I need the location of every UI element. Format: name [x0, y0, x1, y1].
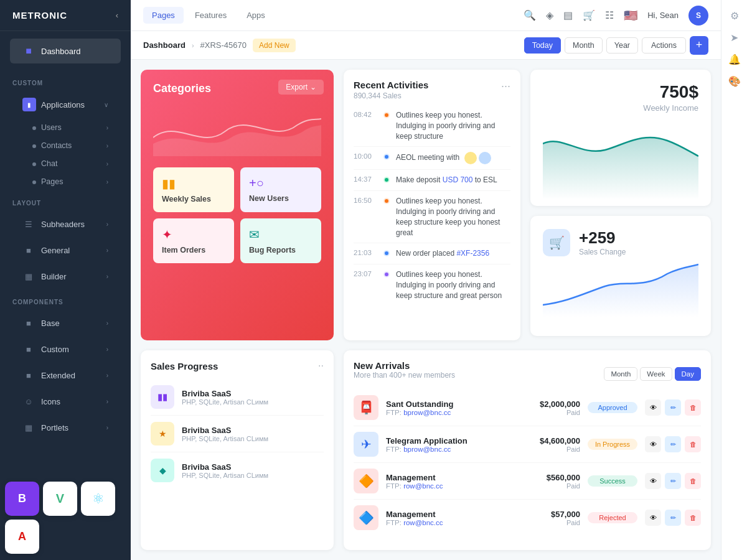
user-avatar[interactable]: S	[688, 6, 708, 26]
chat-chevron: ›	[106, 161, 108, 167]
users-chevron: ›	[106, 124, 108, 131]
sales-sub-1: PHP, SQLite, Artisan CLимм	[182, 398, 324, 406]
arrival-ftp-3: FTP: row@bnc.cc	[386, 482, 510, 490]
tab-pages[interactable]: Pages	[143, 7, 184, 24]
arrivals-subtitle: More than 400+ new members	[354, 371, 455, 380]
rp-settings-icon[interactable]: ⚙	[730, 10, 739, 22]
cart-icon[interactable]: 🛒	[583, 9, 595, 21]
weekly-sales-icon: ▮▮	[162, 176, 176, 191]
users-dot	[32, 126, 36, 130]
topbar: Pages Features Apps 🔍 ◈ ▤ 🛒 ☷ 🇺🇸 Hi, Sea…	[131, 0, 721, 31]
sidebar-collapse-icon[interactable]: ‹	[116, 11, 118, 20]
action-view-2[interactable]: 👁	[645, 436, 661, 452]
bug-reports-label: Bug Reports	[249, 246, 296, 254]
arrival-row: 📮 Sant Outstanding FTP: bprow@bnc.cc $2,…	[354, 390, 701, 426]
rp-palette-icon[interactable]: 🎨	[728, 75, 741, 87]
sidebar-item-extended[interactable]: ■ Extended ›	[10, 363, 121, 388]
sidebar-item-users[interactable]: Users ›	[10, 119, 121, 136]
avatar-1	[464, 152, 477, 164]
sidebar-item-custom[interactable]: ■ Custom ›	[10, 337, 121, 362]
breadcrumb-main: Dashboard	[143, 40, 186, 50]
sales-name-2: Briviba SaaS	[182, 426, 324, 435]
chart-icon[interactable]: ▤	[563, 9, 573, 21]
arrival-name-2: Telegram Application	[386, 436, 510, 446]
arrivals-week-button[interactable]: Week	[640, 367, 672, 381]
sidebar-item-applications[interactable]: ▮ Applications ∨	[10, 91, 121, 118]
bootstrap-icon[interactable]: B	[5, 482, 39, 516]
action-view-1[interactable]: 👁	[645, 399, 661, 416]
section-custom-label: CUSTOM	[0, 71, 131, 90]
actions-button[interactable]: Actions	[642, 37, 686, 54]
react-icon[interactable]: ⚛	[81, 482, 115, 516]
tab-apps[interactable]: Apps	[238, 7, 274, 24]
portlets-icon: ▦	[22, 421, 35, 434]
sidebar-item-general[interactable]: ■ General ›	[10, 238, 121, 263]
activities-menu-icon[interactable]: ···	[501, 80, 510, 93]
sidebar-item-icons[interactable]: ☺ Icons ›	[10, 389, 121, 414]
sidebar-item-base[interactable]: ■ Base ›	[10, 310, 121, 335]
action-delete-3[interactable]: 🗑	[685, 473, 701, 489]
period-year-button[interactable]: Year	[606, 37, 638, 54]
icons-icon: ☺	[22, 395, 35, 408]
export-button[interactable]: Export ⌄	[278, 80, 324, 95]
action-delete-4[interactable]: 🗑	[685, 510, 701, 526]
breadcrumb: Dashboard › #XRS-45670 Add New	[143, 39, 296, 52]
network-icon[interactable]: ◈	[546, 9, 553, 21]
action-edit-2[interactable]: ✏	[665, 436, 681, 452]
angular-icon[interactable]: A	[5, 520, 39, 554]
sidebar-item-pages[interactable]: Pages ›	[10, 173, 121, 190]
arrival-paid-2: Paid	[518, 446, 580, 453]
add-new-button[interactable]: Add New	[253, 39, 296, 52]
sales-progress-header: Sales Progress ··	[151, 360, 324, 371]
period-month-button[interactable]: Month	[565, 37, 603, 54]
subheaders-icon: ☰	[22, 218, 35, 230]
applications-label: Applications	[41, 100, 85, 110]
sidebar-item-chat[interactable]: Chat ›	[10, 155, 121, 172]
rp-send-icon[interactable]: ➤	[730, 32, 738, 44]
category-bug-reports[interactable]: ✉ Bug Reports	[240, 218, 321, 263]
arrivals-month-button[interactable]: Month	[604, 367, 637, 381]
search-icon[interactable]: 🔍	[524, 9, 536, 21]
sales-item: ▮▮ Briviba SaaS PHP, SQLite, Artisan CLи…	[151, 379, 324, 416]
add-button[interactable]: +	[690, 36, 708, 55]
action-delete-1[interactable]: 🗑	[685, 399, 701, 416]
export-label: Export	[286, 83, 308, 91]
sidebar-item-builder[interactable]: ▦ Builder ›	[10, 264, 121, 289]
sales-progress-menu[interactable]: ··	[318, 360, 324, 371]
action-edit-3[interactable]: ✏	[665, 473, 681, 489]
activity-time: 14:37	[354, 175, 377, 185]
vue-icon[interactable]: V	[43, 482, 77, 516]
action-edit-4[interactable]: ✏	[665, 510, 681, 526]
category-weekly-sales[interactable]: ▮▮ Weekly Sales	[153, 167, 234, 212]
action-edit-1[interactable]: ✏	[665, 399, 681, 416]
grid-icon[interactable]: ☷	[605, 9, 614, 21]
action-view-3[interactable]: 👁	[645, 473, 661, 489]
builder-label: Builder	[41, 272, 66, 281]
action-view-4[interactable]: 👁	[645, 510, 661, 526]
period-today-button[interactable]: Today	[524, 37, 561, 54]
sidebar-item-dashboard[interactable]: ■ Dashboard	[10, 39, 121, 63]
categories-card: Categories Export ⌄ ▮▮ Weekly Sales +○ N…	[141, 70, 334, 340]
tab-features[interactable]: Features	[186, 7, 235, 24]
sidebar-item-contacts[interactable]: Contacts ›	[10, 137, 121, 154]
sidebar-item-portlets[interactable]: ▦ Portlets ›	[10, 415, 121, 440]
rp-bell-icon[interactable]: 🔔	[728, 54, 741, 65]
arrival-paid-3: Paid	[518, 482, 580, 490]
custom-label: Custom	[41, 345, 69, 354]
action-delete-2[interactable]: 🗑	[685, 436, 701, 452]
arrival-icon-4: 🔷	[354, 505, 378, 530]
category-item-orders[interactable]: ✦ Item Orders	[153, 218, 234, 263]
subheaders-label: Subheaders	[41, 220, 85, 229]
general-label: General	[41, 246, 70, 255]
category-new-users[interactable]: +○ New Users	[240, 167, 321, 212]
contacts-label: Contacts	[41, 141, 72, 150]
sales-change-chart	[543, 261, 698, 324]
arrival-amount-2: $4,600,000 Paid	[518, 436, 580, 453]
subheaders-chevron: ›	[106, 221, 108, 228]
sidebar-item-subheaders[interactable]: ☰ Subheaders ›	[10, 212, 121, 236]
activity-dot	[383, 177, 390, 183]
activity-text: New order placed #XF-2356	[396, 248, 489, 259]
arrivals-day-button[interactable]: Day	[675, 367, 701, 381]
item-orders-icon: ✦	[162, 227, 172, 242]
portlets-label: Portlets	[41, 423, 68, 432]
